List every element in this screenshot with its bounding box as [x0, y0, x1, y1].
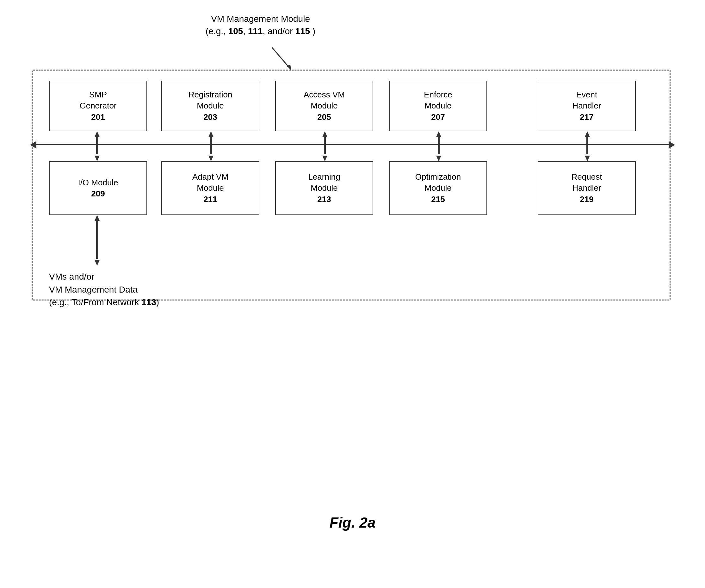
module-io: I/O Module 209: [49, 161, 147, 215]
module-enforce: EnforceModule 207: [389, 81, 487, 131]
svg-rect-15: [586, 137, 588, 154]
svg-marker-11: [436, 131, 441, 137]
module-event-handler: EventHandler 217: [538, 81, 636, 131]
svg-rect-12: [438, 137, 440, 154]
svg-marker-2: [95, 131, 100, 137]
svg-rect-6: [210, 137, 212, 154]
bus-arrow-right: [669, 141, 675, 149]
bus-arrow-left: [30, 141, 36, 149]
arrow-enforce: [435, 131, 442, 161]
module-learning: LearningModule 213: [275, 161, 373, 215]
svg-marker-16: [585, 155, 590, 161]
svg-marker-8: [322, 131, 327, 137]
diagram: VM Management Module (e.g., 105, 111, an…: [0, 0, 705, 588]
figure-label: Fig. 2a: [0, 514, 705, 531]
module-request-handler: RequestHandler 219: [538, 161, 636, 215]
module-access-vm: Access VMModule 205: [275, 81, 373, 131]
vm-mgmt-line1: VM Management Module: [205, 13, 315, 25]
arrow-registration: [207, 131, 215, 161]
svg-marker-4: [95, 155, 100, 161]
bus-line: [32, 144, 670, 145]
svg-marker-19: [95, 260, 100, 266]
svg-marker-17: [95, 215, 100, 221]
arrow-smp: [93, 131, 101, 161]
vm-mgmt-label: VM Management Module (e.g., 105, 111, an…: [205, 13, 315, 37]
svg-marker-13: [436, 155, 441, 161]
module-adapt-vm: Adapt VMModule 211: [161, 161, 260, 215]
svg-rect-3: [96, 137, 98, 154]
svg-marker-7: [208, 155, 214, 161]
svg-rect-18: [96, 221, 98, 259]
arrow-event-handler: [583, 131, 591, 161]
svg-rect-9: [324, 137, 326, 154]
module-smp-generator: SMPGenerator 201: [49, 81, 147, 131]
arrow-io-to-vms: [93, 215, 101, 266]
module-optimization: OptimizationModule 215: [389, 161, 487, 215]
svg-marker-10: [322, 155, 327, 161]
arrow-access-vm: [321, 131, 329, 161]
module-registration: RegistrationModule 203: [161, 81, 260, 131]
svg-marker-14: [585, 131, 590, 137]
vms-label: VMs and/or VM Management Data (e.g., To/…: [49, 270, 159, 309]
vm-mgmt-line2: (e.g., 105, 111, and/or 115 ): [205, 25, 315, 37]
svg-marker-5: [208, 131, 214, 137]
